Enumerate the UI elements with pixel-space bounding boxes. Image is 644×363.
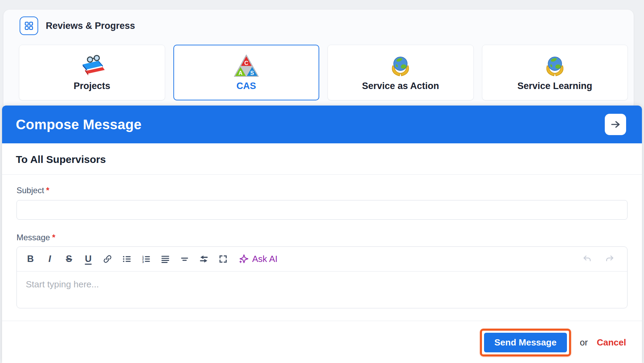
card-label: Projects [74,81,110,91]
swap-arrows-icon [199,254,208,264]
align-center-button[interactable] [176,251,193,267]
send-button-highlight: Send Message [480,329,571,356]
card-cas[interactable]: C A S CAS [173,45,320,100]
swap-arrows-button[interactable] [196,251,212,267]
card-label: CAS [236,81,256,91]
compose-header: Compose Message [2,106,642,143]
bold-icon: B [27,254,34,264]
link-icon [103,254,112,264]
compose-message-modal: Compose Message To All Supervisors Subje… [2,106,642,363]
send-message-button[interactable]: Send Message [484,333,567,352]
arrow-right-icon [610,119,621,130]
svg-text:3: 3 [142,260,144,264]
card-service-learning[interactable]: Service Learning [482,45,628,100]
align-justify-button[interactable] [157,251,173,267]
reviews-progress-panel: Reviews & Progress Projects [3,10,634,110]
ask-ai-button[interactable]: Ask AI [234,251,282,267]
editor-toolbar: B I S U [17,247,627,272]
next-arrow-button[interactable] [605,114,626,135]
message-label: Message* [17,233,55,242]
grid-icon [24,21,34,31]
required-asterisk: * [52,233,55,242]
cas-triangle-icon: C A S [234,54,259,77]
recipient-label: To All Supervisors [16,154,106,165]
italic-button[interactable]: I [42,251,58,267]
cancel-link[interactable]: Cancel [597,337,626,348]
align-justify-icon [161,254,170,264]
page-title: Reviews & Progress [46,21,135,31]
card-service-as-action[interactable]: Service as Action [328,45,474,100]
globe-hands-icon [543,54,567,77]
reviews-header: Reviews & Progress [20,16,135,35]
bullet-list-icon [122,254,131,264]
link-button[interactable] [99,251,116,267]
bullet-list-button[interactable] [119,251,135,267]
books-icon [77,54,107,77]
editor-placeholder: Start typing here... [26,279,99,289]
sparkle-icon [238,254,249,264]
svg-text:A: A [238,70,243,76]
card-label: Service Learning [517,81,592,91]
ordered-list-button[interactable]: 1 2 3 [138,251,154,267]
align-center-icon [180,254,189,264]
undo-button[interactable] [579,251,595,267]
redo-icon [605,254,614,264]
rich-text-editor: B I S U [17,246,627,308]
strikethrough-icon: S [66,254,72,264]
fullscreen-icon [218,254,228,264]
compose-form: Subject* Message* B I S U [2,175,642,308]
undo-icon [582,254,592,264]
underline-button[interactable]: U [80,251,96,267]
svg-text:S: S [250,70,254,76]
history-group [579,251,622,267]
compose-title: Compose Message [16,117,141,132]
mode-cards-row: Projects C A S CAS [19,45,628,100]
strikethrough-button[interactable]: S [61,251,77,267]
compose-footer: Send Message or Cancel [2,321,642,356]
ask-ai-label: Ask AI [252,254,278,264]
or-text: or [580,337,588,348]
subject-input[interactable] [17,200,627,220]
underline-icon: U [85,254,92,264]
message-editor-area[interactable]: Start typing here... [17,272,627,308]
svg-text:C: C [244,59,248,66]
apps-grid-button[interactable] [20,16,38,35]
globe-hands-icon [388,54,412,77]
bold-button[interactable]: B [22,251,39,267]
card-label: Service as Action [362,81,439,91]
subject-label: Subject* [17,186,49,195]
redo-button[interactable] [601,251,618,267]
fullscreen-button[interactable] [215,251,231,267]
card-projects[interactable]: Projects [19,45,165,100]
italic-icon: I [49,254,51,264]
ordered-list-icon: 1 2 3 [141,254,151,264]
message-field-group: Message* B I S U [17,233,627,308]
required-asterisk: * [46,186,49,195]
subject-field-group: Subject* [17,186,627,220]
recipient-row: To All Supervisors [2,143,642,175]
